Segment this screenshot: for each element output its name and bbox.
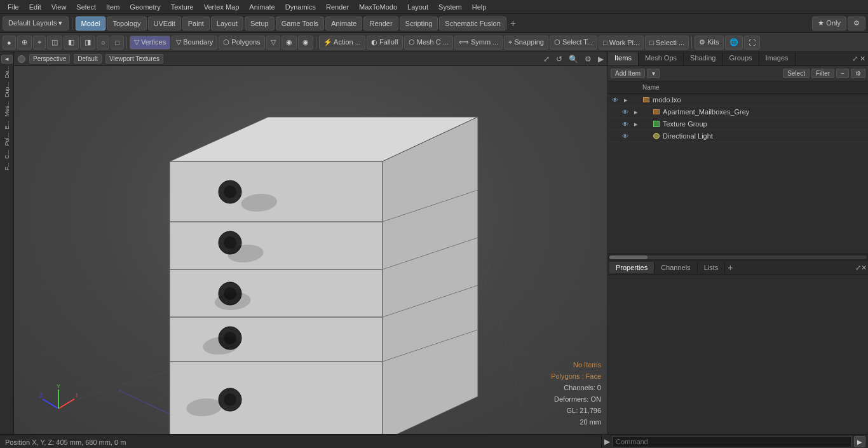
tb2-globe-btn[interactable]: 🌐: [725, 36, 743, 50]
select-items-btn[interactable]: Select: [783, 69, 810, 78]
meshc-btn[interactable]: ⬡ Mesh C ...: [404, 36, 453, 50]
tb2-circle-btn[interactable]: ○: [97, 36, 110, 50]
expand-icon[interactable]: ⤢: [852, 55, 858, 63]
add-tab-button[interactable]: +: [508, 18, 519, 29]
falloff-btn[interactable]: ◐ Falloff: [367, 36, 403, 50]
tab-images[interactable]: Images: [759, 52, 796, 65]
command-input[interactable]: [613, 436, 851, 447]
props-close-icon[interactable]: ✕: [861, 264, 867, 272]
props-tab-properties[interactable]: Properties: [609, 262, 654, 273]
tab-paint[interactable]: Paint: [182, 17, 210, 31]
menu-file[interactable]: File: [3, 2, 24, 12]
star-only-button[interactable]: ★ Only: [812, 17, 846, 31]
props-expand-icon[interactable]: ⤢: [855, 264, 861, 272]
expand-icon-2[interactable]: ▸: [632, 120, 641, 128]
menu-maxtomodo[interactable]: MaxToModo: [354, 2, 402, 12]
sidebar-label-f: F...: [4, 161, 10, 172]
tab-meshops[interactable]: Mesh Ops: [639, 52, 684, 65]
polygons-btn[interactable]: ⬡ Polygons: [219, 36, 264, 50]
menu-layout[interactable]: Layout: [402, 2, 433, 12]
list-item-modo-lxo[interactable]: 👁 ▸ modo.lxo: [608, 94, 868, 106]
tab-shading[interactable]: Shading: [684, 52, 722, 65]
tb2-box3-btn[interactable]: ◨: [80, 36, 95, 50]
props-tab-lists[interactable]: Lists: [698, 262, 726, 273]
menu-vertexmap[interactable]: Vertex Map: [199, 2, 245, 12]
menu-item[interactable]: Item: [101, 2, 125, 12]
filter-btn[interactable]: Filter: [811, 69, 834, 78]
expand-icon-0[interactable]: ▸: [621, 96, 630, 104]
tb2-sphere2-btn[interactable]: ◉: [298, 36, 313, 50]
scroll-track[interactable]: [609, 255, 867, 259]
selecti-btn[interactable]: □ Selecti ...: [645, 36, 689, 50]
tab-model[interactable]: Model: [76, 17, 106, 31]
tb2-move-btn[interactable]: ⌖: [33, 36, 46, 50]
tb2-crosshair-btn[interactable]: ⊕: [17, 36, 32, 50]
tab-animate[interactable]: Animate: [325, 17, 362, 31]
tb2-dropdown-btn[interactable]: ▽: [266, 36, 280, 50]
eye-icon-3[interactable]: 👁: [621, 132, 630, 140]
sidebar-toggle-btn[interactable]: ◀: [1, 55, 13, 64]
menu-geometry[interactable]: Geometry: [125, 2, 165, 12]
tab-gametools[interactable]: Game Tools: [276, 17, 325, 31]
layout-dropdown[interactable]: Default Layouts ▾: [3, 17, 69, 31]
tb2-box4-btn[interactable]: □: [111, 36, 124, 50]
snapping-btn[interactable]: ⌖ Snapping: [504, 36, 548, 50]
items-settings-btn[interactable]: ⚙: [851, 69, 865, 78]
vertices-btn[interactable]: ▽ Vertices: [130, 36, 170, 50]
tab-schematic[interactable]: Schematic Fusion: [439, 17, 506, 31]
viewport-circle[interactable]: [18, 55, 25, 63]
kits-btn[interactable]: ⚙ Kits: [695, 36, 723, 50]
tab-items[interactable]: Items: [608, 52, 639, 65]
viewport[interactable]: Perspective Default Viewport Textures ⤢ …: [14, 52, 607, 434]
items-scrollbar[interactable]: [608, 254, 868, 261]
tab-setup[interactable]: Setup: [245, 17, 275, 31]
tb2-box1-btn[interactable]: ◫: [47, 36, 62, 50]
scroll-thumb[interactable]: [609, 255, 648, 259]
tab-uvedit[interactable]: UVEdit: [148, 17, 181, 31]
items-list[interactable]: 👁 ▸ modo.lxo 👁 ▸ Apartment_Mailboxes_Gre…: [608, 94, 868, 254]
settings-button[interactable]: ⚙: [848, 17, 865, 31]
list-item-dir-light[interactable]: 👁 Directional Light: [608, 130, 868, 142]
workpl-btn[interactable]: □ Work Pl...: [599, 36, 644, 50]
menu-render[interactable]: Render: [321, 2, 354, 12]
menu-texture[interactable]: Texture: [166, 2, 199, 12]
viewport-canvas[interactable]: No Items Polygons : Face Channels: 0 Def…: [14, 66, 607, 434]
add-item-btn[interactable]: Add Item: [611, 69, 645, 78]
tab-layout[interactable]: Layout: [211, 17, 243, 31]
tab-render[interactable]: Render: [363, 17, 398, 31]
list-item-apt-mailboxes[interactable]: 👁 ▸ Apartment_Mailboxes_Grey: [608, 106, 868, 118]
props-tab-channels[interactable]: Channels: [654, 262, 697, 273]
menu-dynamics[interactable]: Dynamics: [280, 2, 321, 12]
eye-icon-1[interactable]: 👁: [621, 107, 630, 116]
tb2-dot-btn[interactable]: ●: [3, 36, 16, 50]
tab-groups[interactable]: Groups: [722, 52, 759, 65]
props-add-tab-btn[interactable]: +: [728, 262, 733, 273]
viewport-perspective-btn[interactable]: Perspective: [29, 54, 70, 64]
list-item-texture-group[interactable]: 👁 ▸ Texture Group: [608, 118, 868, 130]
action-btn[interactable]: ⚡ Action ...: [319, 36, 365, 50]
right-panel-tabs: Items Mesh Ops Shading Groups Images ⤢ ✕: [608, 52, 868, 66]
boundary-btn[interactable]: ▽ Boundary: [172, 36, 217, 50]
tb2-fullscreen-btn[interactable]: ⛶: [744, 36, 760, 50]
tab-topology[interactable]: Topology: [107, 17, 146, 31]
close-panel-icon[interactable]: ✕: [860, 55, 865, 63]
viewport-texture-btn[interactable]: Viewport Textures: [105, 54, 163, 64]
menu-help[interactable]: Help: [467, 2, 492, 12]
menu-view[interactable]: View: [46, 2, 72, 12]
tb2-sphere1-btn[interactable]: ◉: [281, 36, 297, 50]
menu-animate[interactable]: Animate: [244, 2, 280, 12]
menu-system[interactable]: System: [433, 2, 467, 12]
items-minus-btn[interactable]: −: [836, 69, 849, 78]
command-arrow[interactable]: ▶: [604, 437, 610, 446]
command-submit-btn[interactable]: ▶: [854, 436, 865, 447]
add-item-dropdown[interactable]: ▾: [647, 69, 660, 78]
tb2-box2-btn[interactable]: ◧: [64, 36, 79, 50]
eye-icon-0[interactable]: 👁: [611, 95, 620, 104]
viewport-default-btn[interactable]: Default: [74, 54, 102, 64]
menu-edit[interactable]: Edit: [24, 2, 46, 12]
symm-btn[interactable]: ⟺ Symm ...: [454, 36, 503, 50]
selectt-btn[interactable]: ⬡ Select T...: [550, 36, 597, 50]
tab-scripting[interactable]: Scripting: [400, 17, 438, 31]
menu-select[interactable]: Select: [71, 2, 101, 12]
eye-icon-2[interactable]: 👁: [621, 119, 630, 128]
